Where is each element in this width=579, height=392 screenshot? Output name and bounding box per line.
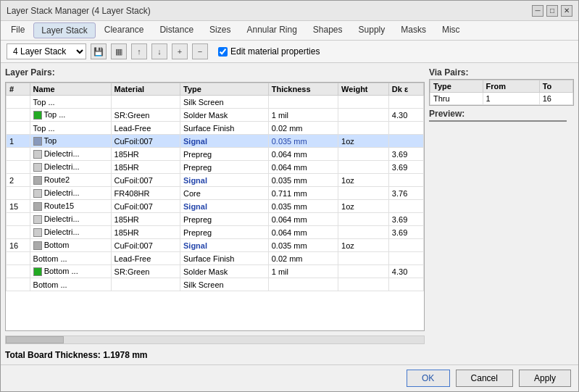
cell-name: Dielectri... (30, 226, 111, 239)
cell-dk: 4.30 (388, 265, 423, 278)
table-row[interactable]: Top ...SR:GreenSolder Mask1 mil4.30 (7, 109, 424, 122)
table-row[interactable]: 1 TopCuFoil:007Signal0.035 mm1oz (7, 135, 424, 148)
layer-stack-select[interactable]: 4 Layer Stack (7, 43, 86, 59)
table-row[interactable]: Dielectri...185HRPrepreg0.064 mm3.69 (7, 161, 424, 174)
table-row[interactable]: Dielectri...185HRPrepreg0.064 mm3.69 (7, 226, 424, 239)
col-name: Name (30, 83, 111, 96)
cell-num (7, 96, 30, 109)
cell-type: Prepreg (180, 161, 269, 174)
down-button[interactable]: ↓ (151, 43, 167, 59)
cell-name: Bottom ... (30, 265, 111, 278)
col-thickness: Thickness (268, 83, 338, 96)
cell-weight (338, 96, 389, 109)
cell-weight (338, 226, 389, 239)
cell-material: CuFoil:007 (111, 200, 180, 213)
cell-type: Silk Screen (180, 96, 269, 109)
menu-item-misc[interactable]: Misc (435, 22, 467, 38)
apply-button[interactable]: Apply (519, 370, 571, 387)
cancel-button[interactable]: Cancel (456, 370, 513, 387)
cell-type: Solder Mask (180, 109, 269, 122)
table-row[interactable]: Dielectri...185HRPrepreg0.064 mm3.69 (7, 148, 424, 161)
menu-item-distance[interactable]: Distance (152, 22, 201, 38)
preview-label: Preview: (429, 109, 574, 119)
cell-weight (338, 161, 389, 174)
cell-dk: 4.30 (388, 109, 423, 122)
cell-material: SR:Green (111, 109, 180, 122)
table-row[interactable]: Dielectri...185HRPrepreg0.064 mm3.69 (7, 213, 424, 226)
edit-material-checkbox[interactable] (218, 47, 228, 57)
cell-dk: 3.76 (388, 187, 423, 200)
remove-button[interactable]: − (192, 43, 208, 59)
menu-item-clearance[interactable]: Clearance (97, 22, 151, 38)
close-button[interactable]: ✕ (561, 5, 572, 17)
table-row[interactable]: 2 Route2CuFoil:007Signal0.035 mm1oz (7, 174, 424, 187)
cell-num: 1 (7, 135, 30, 148)
ok-button[interactable]: OK (407, 370, 450, 387)
cell-dk: 3.69 (388, 213, 423, 226)
cell-material: 185HR (111, 161, 180, 174)
cell-type: Solder Mask (180, 265, 269, 278)
cell-num (7, 213, 30, 226)
cell-thickness (268, 278, 338, 291)
cell-weight: 1oz (338, 135, 389, 148)
horizontal-scrollbar[interactable] (5, 335, 425, 344)
menu-item-supply[interactable]: Supply (351, 22, 393, 38)
left-panel: Layer Pairs: # Name Material Type Thickn… (5, 67, 425, 360)
table-row[interactable]: Top ...Silk Screen (7, 96, 424, 109)
edit-material-area: Edit material properties (218, 46, 320, 57)
maximize-button[interactable]: □ (546, 5, 558, 17)
menu-item-file[interactable]: File (4, 22, 32, 38)
cell-type: Prepreg (180, 213, 269, 226)
menu-item-shapes[interactable]: Shapes (306, 22, 350, 38)
cell-weight (338, 109, 389, 122)
cell-weight (338, 148, 389, 161)
cell-dk (388, 122, 423, 135)
table-row[interactable]: Top ...Lead-FreeSurface Finish0.02 mm (7, 122, 424, 135)
cell-type: Prepreg (180, 226, 269, 239)
cell-material: FR408HR (111, 187, 180, 200)
table-row[interactable]: Bottom ...Silk Screen (7, 278, 424, 291)
save-button[interactable]: 💾 (91, 43, 107, 59)
table-row[interactable]: 16 BottomCuFoil:007Signal0.035 mm1oz (7, 239, 424, 252)
cell-type: Signal (180, 200, 269, 213)
add-button[interactable]: + (172, 43, 188, 59)
cell-dk (388, 278, 423, 291)
table-header-row: # Name Material Type Thickness Weight Dk… (7, 83, 424, 96)
via-col-type: Type (430, 80, 483, 93)
grid-button[interactable]: ▦ (111, 43, 127, 59)
layer-table-container[interactable]: # Name Material Type Thickness Weight Dk… (5, 82, 425, 331)
col-num: # (7, 83, 30, 96)
cell-name: Route2 (30, 174, 111, 187)
col-material: Material (111, 83, 180, 96)
minimize-button[interactable]: ─ (532, 5, 543, 17)
via-col-to: To (539, 80, 572, 93)
table-row[interactable]: Bottom ...SR:GreenSolder Mask1 mil4.30 (7, 265, 424, 278)
cell-num: 2 (7, 174, 30, 187)
table-row[interactable]: Bottom ...Lead-FreeSurface Finish0.02 mm (7, 252, 424, 265)
layer-color-swatch (33, 267, 42, 276)
cell-num: 16 (7, 239, 30, 252)
via-header-row: Type From To (430, 80, 573, 93)
table-row[interactable]: Dielectri...FR408HRCore0.711 mm3.76 (7, 187, 424, 200)
menu-item-masks[interactable]: Masks (393, 22, 433, 38)
cell-name: Bottom ... (30, 252, 111, 265)
cell-material: CuFoil:007 (111, 135, 180, 148)
cell-thickness (268, 96, 338, 109)
right-section: Via Pairs: Type From To Thru116 (429, 67, 574, 360)
cell-dk (388, 96, 423, 109)
title-bar: Layer Stack Manager (4 Layer Stack) ─ □ … (1, 1, 578, 21)
cell-weight: 1oz (338, 200, 389, 213)
menu-item-sizes[interactable]: Sizes (202, 22, 238, 38)
cell-name: Top ... (30, 109, 111, 122)
cell-weight (338, 265, 389, 278)
table-row[interactable]: 15 Route15CuFoil:007Signal0.035 mm1oz (7, 200, 424, 213)
cell-weight (338, 278, 389, 291)
cell-material: CuFoil:007 (111, 239, 180, 252)
via-row[interactable]: Thru116 (430, 93, 573, 105)
up-button[interactable]: ↑ (131, 43, 147, 59)
menu-item-annular-ring[interactable]: Annular Ring (239, 22, 304, 38)
menu-item-layer-stack[interactable]: Layer Stack (33, 22, 95, 38)
cell-dk: 3.69 (388, 226, 423, 239)
cell-type: Signal (180, 135, 269, 148)
cell-type: Silk Screen (180, 278, 269, 291)
